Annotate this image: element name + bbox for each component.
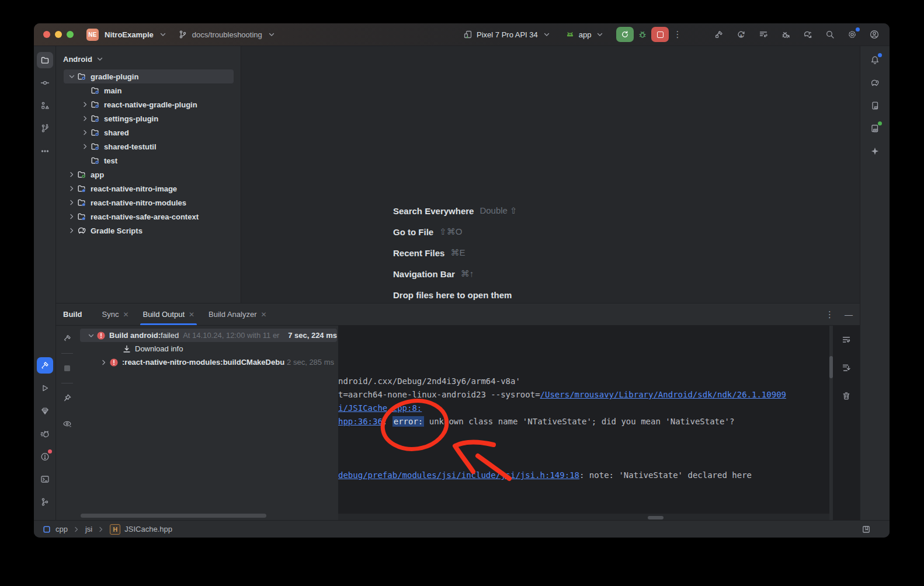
build-tree-row[interactable]: Build android: failedAt 14.10.24, 12:00 …	[80, 329, 337, 342]
console-line: t=aarch64-none-linux-android23 --sysroot…	[338, 388, 829, 402]
tool-terminal[interactable]	[37, 471, 53, 487]
close-tab-icon[interactable]: ✕	[260, 311, 266, 319]
run-config-selector[interactable]: app	[579, 30, 592, 39]
console-link[interactable]: /Users/mrousavy/Library/Android/sdk/ndk/…	[540, 390, 786, 399]
tool-running-devices[interactable]	[867, 97, 883, 114]
folder-module-icon	[91, 86, 100, 95]
tool-version-control[interactable]	[37, 494, 53, 510]
console-text: ndroid/.cxx/Debug/2nd4i3y6/arm64-v8a'	[338, 376, 520, 386]
tool-run[interactable]	[37, 380, 53, 396]
tree-item-label: shared-testutil	[104, 142, 157, 151]
attach-debugger-button[interactable]	[777, 26, 794, 43]
tool-gradle[interactable]	[867, 75, 883, 91]
tree-item-react-native-nitro-modules[interactable]: react-native-nitro-modules	[64, 196, 234, 210]
tree-item-react-native-nitro-image[interactable]: react-native-nitro-image	[64, 182, 234, 196]
tool-build[interactable]	[37, 357, 53, 374]
console-link[interactable]: debug/prefab/modules/jsi/include/jsi/jsi…	[338, 470, 579, 480]
close-tab-icon[interactable]: ✕	[189, 311, 194, 319]
chevron-down-icon	[158, 30, 168, 39]
minimize-window-button[interactable]	[55, 31, 62, 38]
tab-sync[interactable]: Sync✕	[95, 304, 136, 325]
build-output-console[interactable]: ndroid/.cxx/Debug/2nd4i3y6/arm64-v8a't=a…	[338, 326, 829, 521]
chevron-right-icon[interactable]	[79, 128, 91, 137]
tree-item-settings-plugin[interactable]: settings-plugin	[64, 111, 234, 125]
preview-eye-icon[interactable]	[62, 415, 72, 432]
tool-project[interactable]	[37, 52, 53, 68]
build-filter-hammer-icon[interactable]	[62, 330, 72, 347]
tool-commit[interactable]	[37, 75, 53, 91]
chevron-right-icon[interactable]	[79, 100, 91, 109]
chevron-right-icon[interactable]	[99, 358, 109, 367]
close-tab-icon[interactable]: ✕	[123, 311, 128, 319]
tool-vcs[interactable]	[37, 120, 53, 137]
build-options-button[interactable]: ⋮	[825, 309, 834, 320]
tool-app-quality-insights[interactable]	[37, 403, 53, 419]
header-file-icon: H	[110, 524, 120, 535]
build-tree-row[interactable]: Download info	[80, 342, 337, 355]
tree-item-test[interactable]: test	[64, 154, 234, 168]
chevron-right-icon[interactable]	[66, 170, 77, 179]
build-tree-row[interactable]: :react-native-nitro-modules:buildCMakeDe…	[80, 355, 337, 369]
build-row-label: Build android:	[109, 331, 161, 340]
tool-more[interactable]	[37, 143, 53, 159]
tree-item-react-native-gradle-plugin[interactable]: react-native-gradle-plugin	[64, 97, 234, 111]
chevron-down-icon[interactable]	[66, 72, 77, 81]
tool-structure[interactable]	[37, 97, 53, 114]
soft-wrap-icon[interactable]	[842, 330, 851, 349]
tool-problems[interactable]	[37, 448, 53, 465]
tree-item-shared-testutil[interactable]: shared-testutil	[64, 139, 234, 154]
hide-build-window-button[interactable]: —	[845, 310, 853, 319]
apply-changes-button[interactable]: A	[733, 26, 749, 43]
tree-item-gradle-plugin[interactable]: gradle-plugin	[64, 69, 234, 83]
trash-icon[interactable]	[842, 386, 851, 405]
tool-device-manager[interactable]	[867, 120, 883, 137]
folder-app-icon	[77, 170, 87, 179]
sync-gradle-button[interactable]	[800, 26, 816, 43]
account-button[interactable]	[866, 26, 883, 43]
chevron-right-icon[interactable]	[66, 198, 77, 207]
tab-build-analyzer[interactable]: Build Analyzer✕	[202, 304, 273, 325]
chevron-right-icon[interactable]	[66, 212, 77, 221]
pin-icon[interactable]	[62, 389, 72, 407]
book-icon[interactable]	[862, 525, 871, 534]
console-hscrollbar[interactable]	[648, 516, 664, 519]
tree-item-app[interactable]: app	[64, 168, 234, 182]
tree-item-Gradle Scripts[interactable]: Gradle Scripts	[64, 224, 234, 238]
tree-item-shared[interactable]: shared	[64, 125, 234, 139]
chevron-right-icon[interactable]	[79, 142, 91, 151]
chevron-right-icon[interactable]	[79, 114, 91, 123]
close-window-button[interactable]	[43, 31, 50, 38]
breadcrumb-item[interactable]: jsi	[85, 525, 92, 533]
profile-app-button[interactable]	[755, 26, 772, 43]
stop-button[interactable]	[651, 27, 669, 42]
build-row-duration: 7 sec, 224 ms	[288, 331, 337, 340]
chevron-right-icon[interactable]	[66, 184, 77, 193]
tool-gemini[interactable]	[867, 143, 883, 159]
shortcut-row: Navigation Bar⌘↑	[393, 263, 517, 284]
search-everywhere-button[interactable]	[822, 26, 838, 43]
tree-item-react-native-safe-area-context[interactable]: react-native-safe-area-context	[64, 210, 234, 224]
breadcrumb-item[interactable]: cpp	[55, 525, 68, 533]
project-view-selector[interactable]: Android	[63, 55, 92, 64]
tab-build-output[interactable]: Build Output✕	[136, 304, 202, 325]
breadcrumb-item[interactable]: JSICache.hpp	[124, 525, 172, 533]
scroll-end-icon[interactable]	[842, 358, 851, 377]
debug-button[interactable]	[638, 30, 647, 39]
project-panel: Android gradle-pluginmainreact-native-gr…	[56, 46, 241, 303]
device-selector[interactable]: Pixel 7 Pro API 34	[477, 30, 538, 39]
branch-selector[interactable]: docs/troubleshooting	[192, 30, 262, 39]
console-link[interactable]: hpp:36:36	[338, 417, 383, 426]
zoom-window-button[interactable]	[67, 31, 74, 38]
build-tree-hscrollbar[interactable]	[81, 514, 266, 518]
tree-item-main[interactable]: main	[64, 83, 234, 97]
project-selector[interactable]: NitroExample	[105, 30, 154, 39]
build-project-button[interactable]	[711, 26, 727, 43]
console-link[interactable]: i/JSICache.cpp:8:	[338, 403, 422, 413]
rerun-button[interactable]	[616, 27, 634, 42]
chevron-down-icon[interactable]	[86, 331, 96, 340]
chevron-right-icon[interactable]	[66, 226, 77, 235]
more-actions-button[interactable]: ⋮	[673, 29, 682, 40]
tool-notifications[interactable]	[867, 52, 883, 68]
tool-profiler[interactable]	[37, 425, 53, 442]
settings-button[interactable]	[844, 26, 860, 43]
